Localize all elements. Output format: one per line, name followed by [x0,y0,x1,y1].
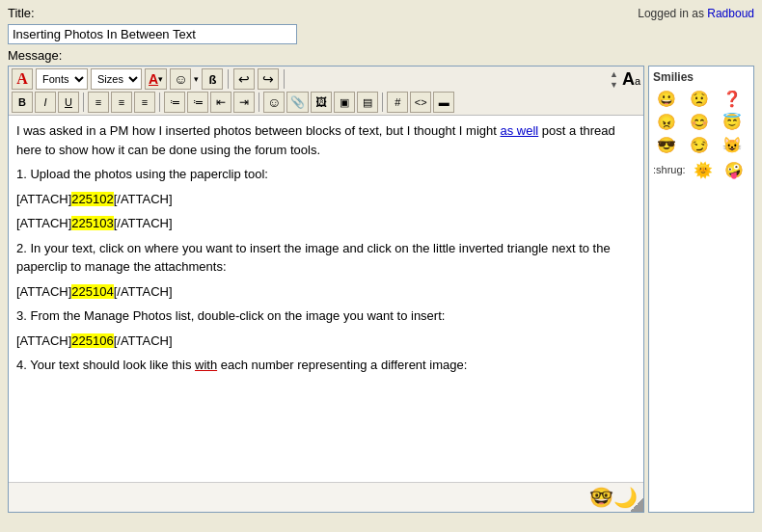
smiley-7[interactable]: 😎 [653,134,680,155]
redo-btn[interactable]: ↪ [258,68,279,90]
bold-btn[interactable]: B [12,92,33,113]
smiley-4[interactable]: 😠 [653,111,680,132]
editor-main: A Fonts Sizes A ▾ ☺ ▾ ß [8,66,644,513]
smiley-8[interactable]: 😏 [686,134,713,155]
align-center-btn[interactable]: ≡ [111,92,132,113]
smilies-grid: 😀 😟 ❓ 😠 😊 😇 😎 😏 😺 [653,88,749,155]
extra-btn[interactable]: ▬ [433,92,454,113]
title-label: Title: [8,6,35,20]
big-a-icon: Aa [622,69,640,90]
image2-btn[interactable]: ▣ [334,92,355,113]
separator5 [259,93,259,112]
scroll-arrows: ▲ ▼ [610,69,618,90]
undo-btn[interactable]: ↩ [233,68,255,90]
ordered-list-btn[interactable]: ≔ [187,92,208,113]
unordered-list-btn[interactable]: ≔ [164,92,185,113]
username-link[interactable]: Radboud [707,7,754,20]
smiley-2[interactable]: 😟 [686,88,713,109]
smiley-5[interactable]: 😊 [686,111,713,132]
attach-1: [ATTACH]225102[/ATTACH] [16,190,636,209]
smiley-insert-btn[interactable]: ☺ [263,92,285,113]
content-para-3: 2. In your text, click on where you want… [16,239,636,277]
content-para-5: 4. Your text should look like this with … [16,356,636,375]
underline-btn[interactable]: U [58,92,79,113]
smilies-shrug-row: :shrug: 🌞 🤪 [653,159,749,180]
content-para-4: 3. From the Manage Photos list, double-c… [16,306,636,326]
code-btn[interactable]: <> [410,92,431,113]
message-label: Message: [8,48,754,63]
toolbar-row1: A Fonts Sizes A ▾ ☺ ▾ ß [12,68,640,90]
smiley-shrug[interactable]: 🌞 [690,159,717,180]
smiley-btn[interactable]: ☺ [170,68,191,90]
smilies-title: Smilies [653,70,749,84]
toolbar: A Fonts Sizes A ▾ ☺ ▾ ß [9,66,643,116]
title-input[interactable] [8,24,297,44]
align-left-btn[interactable]: ≡ [88,92,109,113]
smiley-1[interactable]: 😀 [653,88,680,109]
attach-4: [ATTACH]225106[/ATTACH] [16,332,636,351]
bold-toggle-btn[interactable]: ß [202,68,223,90]
attach-2: [ATTACH]225103[/ATTACH] [16,214,636,233]
content-para-1: I was asked in a PM how I inserted photo… [16,121,636,159]
smiley-9[interactable]: 😺 [719,134,746,155]
fonts-select[interactable]: Fonts [36,68,88,90]
title-row [8,24,754,44]
editor-area: A Fonts Sizes A ▾ ☺ ▾ ß [8,66,754,513]
resize-handle[interactable] [630,498,643,512]
toolbar-row2: B I U ≡ ≡ ≡ ≔ ≔ ⇤ ⇥ ☺ 📎 [12,92,640,113]
font-color-btn[interactable]: A ▾ [145,68,167,90]
font-icon-btn[interactable]: A [12,68,33,90]
separator3 [83,93,84,112]
smiley-3[interactable]: ❓ [719,88,746,109]
attachment-btn[interactable]: 📎 [286,92,309,113]
hash-btn[interactable]: # [387,92,408,113]
attach-3: [ATTACH]225104[/ATTACH] [16,282,636,302]
separator4 [159,93,160,112]
shrug-label: :shrug: [653,164,686,175]
smilies-panel: Smilies 😀 😟 ❓ 😠 😊 😇 😎 😏 😺 :shrug: 🌞 🤪 [648,66,754,513]
smiley-extra[interactable]: 🤪 [721,159,748,180]
indent-btn[interactable]: ⇥ [233,92,255,113]
media-btn[interactable]: ▤ [357,92,378,113]
align-right-btn[interactable]: ≡ [134,92,155,113]
separator2 [284,69,285,89]
top-bar: Title: Logged in as Radboud [8,6,754,20]
image-btn[interactable]: 🖼 [311,92,332,113]
sizes-select[interactable]: Sizes [91,68,142,90]
logged-in-text: Logged in as Radboud [638,7,754,20]
editor-footer: 🤓 🌙 [9,482,643,512]
separator6 [382,93,383,112]
footer-emoji-1[interactable]: 🤓 [589,486,613,509]
editor-content[interactable]: I was asked in a PM how I inserted photo… [9,116,643,482]
separator1 [228,69,229,89]
content-para-2: 1. Upload the photos using the paperclip… [16,165,636,184]
smiley-6[interactable]: 😇 [719,111,746,132]
italic-btn[interactable]: I [35,92,56,113]
outdent-btn[interactable]: ⇤ [210,92,231,113]
